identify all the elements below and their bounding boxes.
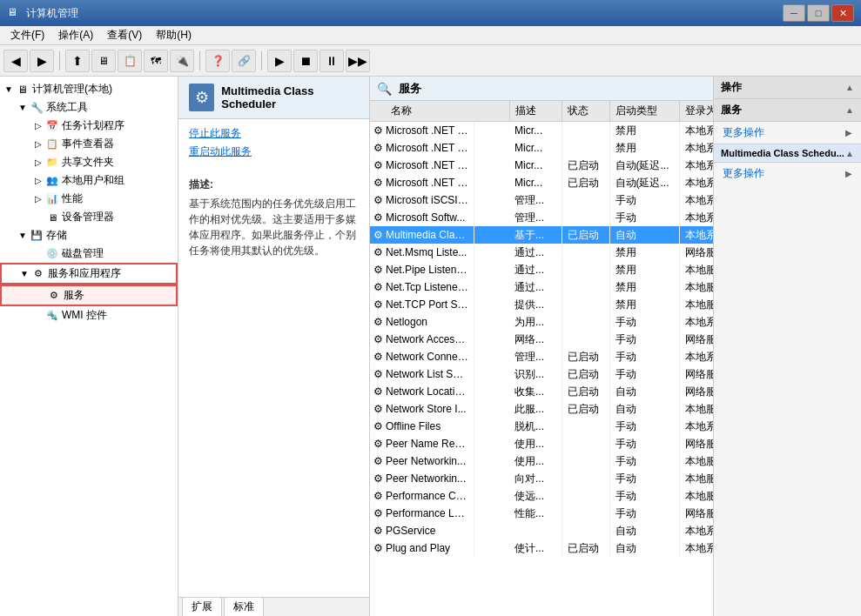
restart-service-link[interactable]: 重启动此服务 bbox=[189, 144, 359, 159]
map-button[interactable]: 🗺 bbox=[144, 50, 168, 72]
sidebar-item-tasks[interactable]: ▷ 📅 任务计划程序 bbox=[0, 117, 178, 135]
table-row[interactable]: ⚙Performance Lo...性能...手动网络服务 bbox=[370, 505, 713, 522]
sidebar-item-label: 任务计划程序 bbox=[62, 118, 174, 133]
service-row-desc: 脱机... bbox=[509, 418, 562, 435]
table-row[interactable]: ⚙Microsoft .NET F...Micr...禁用本地系统 bbox=[370, 122, 713, 140]
table-row[interactable]: ⚙Peer Name Res...使用...手动网络服务 bbox=[370, 435, 713, 452]
service-row-name: Microsoft iSCSI I... bbox=[386, 194, 468, 206]
stop-service-link[interactable]: 停止此服务 bbox=[189, 126, 359, 141]
table-row[interactable]: ⚙Network List Ser...识别...已启动手动网络服务 bbox=[370, 365, 713, 383]
sidebar-item-wmi[interactable]: 🔩 WMI 控件 bbox=[0, 306, 178, 325]
service-row-desc: 管理... bbox=[509, 209, 562, 226]
play-button[interactable]: ▶ bbox=[267, 50, 292, 72]
menu-action[interactable]: 操作(A) bbox=[51, 26, 100, 44]
table-row[interactable]: ⚙Net.TCP Port Sh...提供...禁用本地服务 bbox=[370, 296, 713, 313]
col-status[interactable]: 状态 bbox=[562, 101, 609, 122]
expand-icon: ▷ bbox=[31, 156, 45, 170]
pause-button[interactable]: ⏸ bbox=[320, 50, 344, 72]
table-row[interactable]: ⚙Network Access ...网络...手动网络服务 bbox=[370, 331, 713, 348]
table-row[interactable]: ⚙Offline Files脱机...手动本地系统 bbox=[370, 418, 713, 435]
menu-file[interactable]: 文件(F) bbox=[3, 26, 51, 44]
sidebar-item-events[interactable]: ▷ 📋 事件查看器 bbox=[0, 135, 178, 153]
toolbar-separator-2 bbox=[199, 51, 200, 70]
menu-help[interactable]: 帮助(H) bbox=[149, 26, 198, 44]
disconnect-button[interactable]: 🔌 bbox=[170, 50, 194, 72]
view-button[interactable]: 📋 bbox=[118, 50, 142, 72]
table-row[interactable]: ⚙Microsoft Softw...管理...手动本地系统 bbox=[370, 209, 713, 226]
service-row-desc: 使计... bbox=[509, 539, 562, 557]
service-row-login: 本地系统 bbox=[679, 313, 713, 331]
up-button[interactable]: ⬆ bbox=[65, 50, 90, 72]
table-row[interactable]: ⚙PGService自动本地系统 bbox=[370, 522, 713, 539]
service-row-name: Peer Name Res... bbox=[386, 438, 468, 450]
diskmgr-icon: 💿 bbox=[45, 247, 59, 261]
table-row[interactable]: ⚙Net.Pipe Listene...通过...禁用本地服务 bbox=[370, 261, 713, 278]
maximize-button[interactable]: □ bbox=[807, 4, 830, 22]
table-row[interactable]: ⚙Microsoft .NET F...Micr...已启动自动(延迟...本地… bbox=[370, 157, 713, 174]
service-row-login: 本地服务 bbox=[679, 400, 713, 418]
close-button[interactable]: ✕ bbox=[831, 4, 854, 22]
table-row[interactable]: ⚙Network Locatio...收集...已启动自动网络服务 bbox=[370, 383, 713, 400]
table-row[interactable]: ⚙Peer Networkin...向对...手动本地服务 bbox=[370, 470, 713, 487]
toolbar-separator-1 bbox=[59, 51, 60, 70]
sidebar-item-storage[interactable]: ▼ 💾 存储 bbox=[0, 226, 178, 244]
service-row-desc: 通过... bbox=[509, 244, 562, 261]
col-login[interactable]: 登录为 bbox=[679, 101, 713, 122]
sidebar-item-computer[interactable]: ▼ 🖥 计算机管理(本地) bbox=[0, 80, 178, 98]
table-row[interactable]: ⚙Net.Msmq Liste...通过...禁用网络服务 bbox=[370, 244, 713, 261]
table-row[interactable]: ⚙Microsoft .NET F...Micr...已启动自动(延迟...本地… bbox=[370, 174, 713, 191]
sidebar-item-localusers[interactable]: ▷ 👥 本地用户和组 bbox=[0, 171, 178, 190]
table-row[interactable]: ⚙Microsoft iSCSI I...管理...手动本地系统 bbox=[370, 191, 713, 209]
table-row[interactable]: ⚙Network Store I...此服...已启动自动本地服务 bbox=[370, 400, 713, 418]
sidebar-item-services[interactable]: ⚙ 服务 bbox=[0, 285, 178, 306]
sidebar-item-perf[interactable]: ▷ 📊 性能 bbox=[0, 190, 178, 208]
table-row[interactable]: ⚙Peer Networkin...使用...手动本地服务 bbox=[370, 452, 713, 470]
table-row[interactable]: ⚙Microsoft .NET F...Micr...禁用本地系统 bbox=[370, 139, 713, 157]
sidebar-item-system[interactable]: ▼ 🔧 系统工具 bbox=[0, 98, 178, 117]
service-row-status bbox=[562, 505, 609, 522]
service-row-icon: ⚙ bbox=[373, 472, 383, 485]
col-startup[interactable]: 启动类型 bbox=[609, 101, 679, 122]
table-row[interactable]: ⚙Multimedia Clas...基于...已启动自动本地系统 bbox=[370, 226, 713, 244]
tab-extended[interactable]: 扩展 bbox=[182, 597, 222, 616]
link-button[interactable]: 🔗 bbox=[232, 50, 256, 72]
action-label: 更多操作 bbox=[723, 125, 764, 140]
menu-view[interactable]: 查看(V) bbox=[100, 26, 149, 44]
sidebar-item-svcapp[interactable]: ▼ ⚙ 服务和应用程序 bbox=[0, 263, 178, 285]
sidebar-item-shared[interactable]: ▷ 📁 共享文件夹 bbox=[0, 153, 178, 171]
collapse-services-icon[interactable]: ▲ bbox=[845, 105, 854, 115]
service-row-icon: ⚙ bbox=[373, 159, 383, 171]
table-row[interactable]: ⚙Plug and Play使计...已启动自动本地系统 bbox=[370, 539, 713, 557]
stop-button[interactable]: ⏹ bbox=[293, 50, 318, 72]
back-button[interactable]: ◀ bbox=[3, 50, 28, 72]
services-table-container[interactable]: 名称 描述 状态 启动类型 登录为 ⚙Microsoft .NET F...Mi… bbox=[370, 101, 713, 616]
sidebar-item-devmgr[interactable]: 🖥 设备管理器 bbox=[0, 208, 178, 226]
tab-standard[interactable]: 标准 bbox=[224, 597, 264, 616]
computer-button[interactable]: 🖥 bbox=[91, 50, 116, 72]
forward-button[interactable]: ▶ bbox=[30, 50, 54, 72]
table-row[interactable]: ⚙Netlogon为用...手动本地系统 bbox=[370, 313, 713, 331]
wmi-icon: 🔩 bbox=[45, 309, 59, 323]
expand-icon: ▷ bbox=[31, 119, 45, 133]
sidebar: ▼ 🖥 计算机管理(本地) ▼ 🔧 系统工具 ▷ 📅 任务计划程序 ▷ 📋 事件… bbox=[0, 77, 178, 616]
col-desc[interactable]: 描述 bbox=[509, 101, 562, 122]
table-row[interactable]: ⚙Network Connec...管理...已启动手动本地系统 bbox=[370, 348, 713, 365]
service-row-login: 本地系统 bbox=[679, 139, 713, 157]
action-more-operations-1[interactable]: 更多操作 ▶ bbox=[714, 122, 861, 144]
action-section-service-selected: Multimedia Class Schedu... ▲ bbox=[714, 144, 861, 163]
action-section-label: 操作 bbox=[721, 80, 742, 95]
table-row[interactable]: ⚙Net.Tcp Listener...通过...禁用本地服务 bbox=[370, 278, 713, 296]
minimize-button[interactable]: ─ bbox=[783, 4, 805, 22]
service-row-startup: 手动 bbox=[609, 487, 679, 505]
service-row-login: 本地系统 bbox=[679, 209, 713, 226]
service-row-status bbox=[562, 122, 609, 140]
restart-button[interactable]: ▶▶ bbox=[346, 50, 370, 72]
action-more-operations-2[interactable]: 更多操作 ▶ bbox=[714, 163, 861, 184]
sidebar-item-diskmgr[interactable]: 💿 磁盘管理 bbox=[0, 244, 178, 263]
collapse-service-icon[interactable]: ▲ bbox=[845, 149, 854, 158]
service-row-startup: 禁用 bbox=[609, 261, 679, 278]
help-button[interactable]: ❓ bbox=[205, 50, 230, 72]
col-name[interactable]: 名称 bbox=[370, 101, 509, 122]
table-row[interactable]: ⚙Performance Co...使远...手动本地服务 bbox=[370, 487, 713, 505]
collapse-icon[interactable]: ▲ bbox=[845, 83, 854, 92]
